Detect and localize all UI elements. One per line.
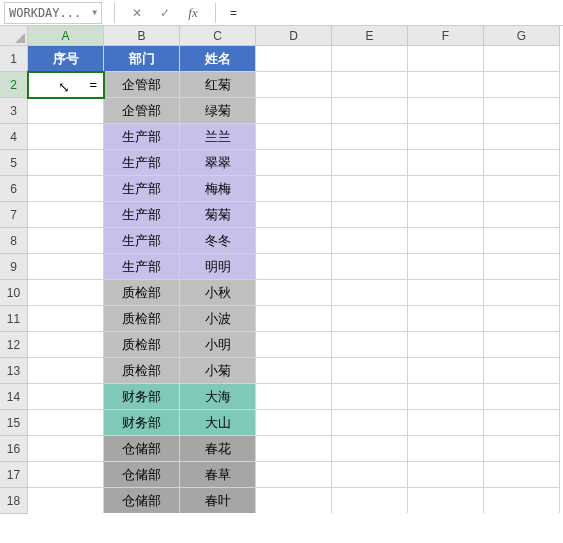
cell-E14[interactable] [332,384,408,410]
cell-B8[interactable]: 生产部 [104,228,180,254]
row-header-2[interactable]: 2 [0,72,28,98]
cell-G11[interactable] [484,306,560,332]
cell-D18[interactable] [256,488,332,513]
cell-F18[interactable] [408,488,484,513]
row-header-1[interactable]: 1 [0,46,28,72]
cell-G13[interactable] [484,358,560,384]
cell-G3[interactable] [484,98,560,124]
confirm-icon[interactable]: ✓ [155,3,175,23]
cell-A11[interactable] [28,306,104,332]
row-header-5[interactable]: 5 [0,150,28,176]
cell-F1[interactable] [408,46,484,72]
fx-icon[interactable]: fx [183,3,203,23]
cell-A8[interactable] [28,228,104,254]
cells-area[interactable]: 序号部门姓名=⤡企管部红菊企管部绿菊生产部兰兰生产部翠翠生产部梅梅生产部菊菊生产… [28,46,560,514]
cell-D14[interactable] [256,384,332,410]
cell-G14[interactable] [484,384,560,410]
cell-G7[interactable] [484,202,560,228]
cell-F6[interactable] [408,176,484,202]
cell-C2[interactable]: 红菊 [180,72,256,98]
select-all-corner[interactable] [0,26,28,46]
cell-D9[interactable] [256,254,332,280]
cell-A6[interactable] [28,176,104,202]
cell-G12[interactable] [484,332,560,358]
cell-F11[interactable] [408,306,484,332]
cell-E15[interactable] [332,410,408,436]
cell-E12[interactable] [332,332,408,358]
cell-D11[interactable] [256,306,332,332]
row-header-18[interactable]: 18 [0,488,28,514]
cell-C7[interactable]: 菊菊 [180,202,256,228]
cell-B12[interactable]: 质检部 [104,332,180,358]
row-header-14[interactable]: 14 [0,384,28,410]
cell-D1[interactable] [256,46,332,72]
cell-A12[interactable] [28,332,104,358]
cell-B7[interactable]: 生产部 [104,202,180,228]
row-header-15[interactable]: 15 [0,410,28,436]
cell-E4[interactable] [332,124,408,150]
col-header-B[interactable]: B [104,26,180,46]
cell-C10[interactable]: 小秋 [180,280,256,306]
cell-D5[interactable] [256,150,332,176]
row-header-8[interactable]: 8 [0,228,28,254]
cell-D13[interactable] [256,358,332,384]
cell-G15[interactable] [484,410,560,436]
cell-D17[interactable] [256,462,332,488]
cell-C16[interactable]: 春花 [180,436,256,462]
col-header-E[interactable]: E [332,26,408,46]
cell-E8[interactable] [332,228,408,254]
cell-F4[interactable] [408,124,484,150]
cell-D6[interactable] [256,176,332,202]
cell-B15[interactable]: 财务部 [104,410,180,436]
row-header-12[interactable]: 12 [0,332,28,358]
cell-B9[interactable]: 生产部 [104,254,180,280]
cell-C18[interactable]: 春叶 [180,488,256,513]
cell-A2[interactable]: =⤡ [28,72,104,98]
cell-F13[interactable] [408,358,484,384]
cell-E2[interactable] [332,72,408,98]
cell-G16[interactable] [484,436,560,462]
cell-C6[interactable]: 梅梅 [180,176,256,202]
row-header-4[interactable]: 4 [0,124,28,150]
cell-C12[interactable]: 小明 [180,332,256,358]
cell-E5[interactable] [332,150,408,176]
cell-D2[interactable] [256,72,332,98]
cell-B11[interactable]: 质检部 [104,306,180,332]
cell-G6[interactable] [484,176,560,202]
cell-B18[interactable]: 仓储部 [104,488,180,513]
cell-G9[interactable] [484,254,560,280]
cell-C15[interactable]: 大山 [180,410,256,436]
cell-F16[interactable] [408,436,484,462]
cell-E6[interactable] [332,176,408,202]
cell-D7[interactable] [256,202,332,228]
cell-B17[interactable]: 仓储部 [104,462,180,488]
cell-C4[interactable]: 兰兰 [180,124,256,150]
cell-A18[interactable] [28,488,104,513]
cell-G2[interactable] [484,72,560,98]
cell-C5[interactable]: 翠翠 [180,150,256,176]
cell-C11[interactable]: 小波 [180,306,256,332]
cell-E7[interactable] [332,202,408,228]
row-header-10[interactable]: 10 [0,280,28,306]
row-header-11[interactable]: 11 [0,306,28,332]
cell-G1[interactable] [484,46,560,72]
cell-B1[interactable]: 部门 [104,46,180,72]
chevron-down-icon[interactable]: ▼ [92,8,97,17]
cell-A17[interactable] [28,462,104,488]
cell-A15[interactable] [28,410,104,436]
cell-A9[interactable] [28,254,104,280]
cell-B4[interactable]: 生产部 [104,124,180,150]
cell-F10[interactable] [408,280,484,306]
row-header-3[interactable]: 3 [0,98,28,124]
cell-C13[interactable]: 小菊 [180,358,256,384]
row-header-9[interactable]: 9 [0,254,28,280]
cell-E9[interactable] [332,254,408,280]
row-header-17[interactable]: 17 [0,462,28,488]
cell-G10[interactable] [484,280,560,306]
cell-F14[interactable] [408,384,484,410]
row-header-13[interactable]: 13 [0,358,28,384]
cell-G17[interactable] [484,462,560,488]
cell-C14[interactable]: 大海 [180,384,256,410]
cell-A4[interactable] [28,124,104,150]
cancel-icon[interactable]: ✕ [127,3,147,23]
